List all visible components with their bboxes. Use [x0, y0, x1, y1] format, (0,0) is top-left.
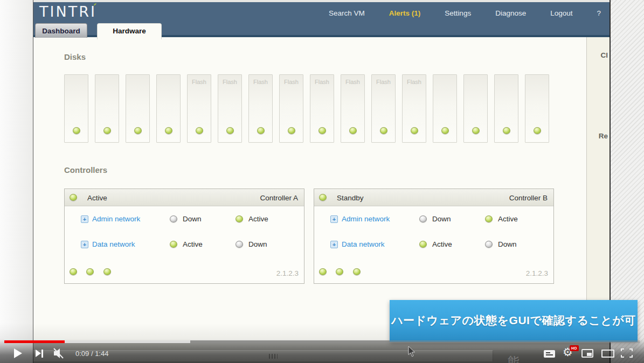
controller-header: Active Controller A: [65, 189, 304, 206]
logo-accent: ´: [92, 2, 99, 15]
expand-icon[interactable]: [81, 241, 88, 248]
disk-tile[interactable]: [433, 74, 457, 143]
disk-tile[interactable]: [156, 74, 181, 143]
data-network-link[interactable]: Data network: [92, 238, 135, 251]
status-led: [485, 241, 493, 248]
disk-tile[interactable]: [126, 74, 150, 143]
disk-tile[interactable]: Flash: [310, 74, 334, 143]
status-text: Active: [432, 238, 452, 251]
tab-dashboard[interactable]: Dashboard: [35, 23, 87, 38]
firmware-version: 2.1.2.3: [526, 269, 548, 277]
disk-tile[interactable]: Flash: [402, 74, 426, 143]
volume-muted-icon[interactable]: [53, 347, 66, 361]
disk-tile[interactable]: [463, 74, 488, 143]
status-led: [170, 241, 177, 248]
disk-status-led: [503, 127, 510, 134]
disk-type-label: Flash: [372, 79, 395, 85]
status-led: [170, 215, 177, 222]
disk-tile[interactable]: [64, 74, 88, 143]
subtitles-icon[interactable]: [544, 350, 555, 358]
disk-tile[interactable]: Flash: [187, 74, 211, 143]
expand-icon[interactable]: [330, 215, 338, 223]
fullscreen-icon[interactable]: [621, 348, 633, 360]
sidebar-partial-label: Re: [599, 132, 608, 140]
disk-tile[interactable]: Flash: [371, 74, 396, 143]
status-led: [485, 215, 493, 222]
page-content: Disks Flash Flash Flash Flash Flash Flas…: [33, 37, 610, 340]
disk-status-led: [103, 127, 111, 134]
disk-tile[interactable]: Flash: [279, 74, 303, 143]
controller-footer: 2.1.2.3: [70, 268, 304, 282]
page-left-margin: [0, 0, 33, 363]
player-controls: 0:09 / 1:44 ⚙ HD: [0, 344, 644, 363]
sidebar-partial-label: Cl: [601, 51, 608, 59]
disk-status-led: [288, 127, 295, 134]
disk-type-label: Flash: [188, 79, 211, 85]
nav-search-vm[interactable]: Search VM: [329, 9, 365, 17]
disk-status-led: [134, 127, 142, 134]
controller-name: Controller B: [509, 194, 548, 202]
right-sidebar-clipped: Cl Re: [586, 37, 610, 340]
hd-badge: HD: [570, 345, 579, 351]
miniplayer-icon[interactable]: [581, 349, 593, 358]
data-network-link[interactable]: Data network: [342, 238, 385, 251]
status-led: [236, 241, 243, 248]
expand-icon[interactable]: [330, 241, 338, 248]
disk-status-led: [349, 127, 357, 134]
nav-alerts[interactable]: Alerts (1): [389, 9, 421, 17]
disk-status-led: [165, 127, 172, 134]
disk-type-label: Flash: [218, 79, 241, 85]
network-row: Admin network Down Active: [65, 213, 304, 226]
chassis-led: [70, 268, 77, 275]
time-display: 0:09 / 1:44: [75, 350, 108, 358]
tintri-logo: TINTRI´: [39, 3, 99, 20]
disk-tile[interactable]: [95, 74, 119, 143]
disk-tile[interactable]: [525, 74, 549, 143]
next-icon[interactable]: [36, 350, 44, 358]
disk-type-label: Flash: [310, 79, 334, 85]
status-text: Active: [498, 213, 518, 226]
disk-status-led: [73, 127, 80, 134]
nav-logout[interactable]: Logout: [550, 9, 572, 17]
network-row: Data network Active Down: [65, 238, 304, 251]
status-text: Down: [248, 238, 267, 251]
tab-hardware[interactable]: Hardware: [97, 23, 162, 39]
mouse-cursor: [408, 346, 416, 360]
chassis-led: [103, 268, 111, 275]
controller-status-led: [70, 194, 77, 201]
firmware-version: 2.1.2.3: [276, 269, 299, 277]
disk-row: Flash Flash Flash Flash Flash Flash Flas…: [64, 74, 549, 143]
controller-status-led: [319, 194, 327, 201]
disk-type-label: Flash: [341, 79, 364, 85]
admin-network-link[interactable]: Admin network: [92, 213, 140, 226]
disk-status-led: [257, 127, 265, 134]
nav-settings[interactable]: Settings: [445, 9, 471, 17]
disk-tile[interactable]: [494, 74, 518, 143]
disk-type-label: Flash: [249, 79, 272, 85]
theater-mode-icon[interactable]: [601, 350, 614, 358]
expand-icon[interactable]: [81, 215, 88, 223]
played-bar: [4, 340, 65, 343]
controller-b-box: Standby Controller B Admin network Down …: [314, 189, 554, 284]
status-text: Down: [498, 238, 517, 251]
nav-menu: Search VM Alerts (1) Settings Diagnose L…: [329, 9, 601, 17]
disk-status-led: [318, 127, 326, 134]
controllers-section-title: Controllers: [64, 165, 107, 174]
status-text: Down: [432, 213, 451, 226]
disk-tile[interactable]: Flash: [248, 74, 273, 143]
disk-tile[interactable]: Flash: [218, 74, 242, 143]
disk-status-led: [380, 127, 387, 134]
status-text: Active: [248, 213, 268, 226]
video-progress-bar[interactable]: [4, 340, 640, 343]
nav-diagnose[interactable]: Diagnose: [495, 9, 526, 17]
nav-help[interactable]: ?: [597, 9, 601, 17]
disk-tile[interactable]: Flash: [341, 74, 365, 143]
disks-section-title: Disks: [64, 52, 86, 61]
youtube-player: TINTRI´ Search VM Alerts (1) Settings Di…: [0, 0, 644, 363]
admin-network-link[interactable]: Admin network: [342, 213, 390, 226]
network-row: Data network Active Down: [314, 238, 553, 251]
controller-status-label: Active: [87, 194, 107, 202]
controller-a-box: Active Controller A Admin network Down A…: [64, 189, 304, 284]
status-text: Down: [183, 213, 202, 226]
play-icon[interactable]: [14, 348, 22, 358]
